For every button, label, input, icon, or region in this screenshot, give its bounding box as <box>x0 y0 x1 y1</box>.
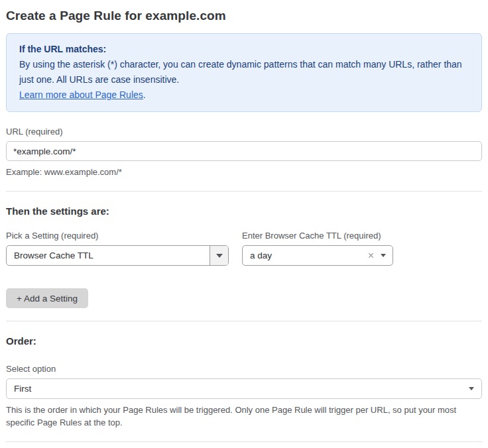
order-helper-text: This is the order in which your Page Rul… <box>6 404 482 429</box>
info-banner-link-row: Learn more about Page Rules. <box>19 87 469 103</box>
chevron-down-icon <box>381 254 386 257</box>
setting-picker-label: Pick a Setting (required) <box>6 231 229 241</box>
order-select-value: First <box>14 384 31 394</box>
setting-select-value: Browser Cache TTL <box>7 251 210 260</box>
url-field-label: URL (required) <box>6 127 482 137</box>
setting-picker-group: Pick a Setting (required) Browser Cache … <box>6 231 229 266</box>
info-banner-heading: If the URL matches: <box>19 42 469 57</box>
ttl-combobox-value: a day <box>243 251 368 260</box>
chevron-down-icon <box>216 254 223 258</box>
ttl-picker-group: Enter Browser Cache TTL (required) a day… <box>242 231 393 266</box>
order-select-label: Select option <box>6 364 482 374</box>
url-field-helper: Example: www.example.com/* <box>6 166 482 178</box>
url-input[interactable] <box>6 141 482 161</box>
url-match-info-banner: If the URL matches: By using the asteris… <box>6 33 482 112</box>
info-banner-body: By using the asterisk (*) character, you… <box>19 57 469 87</box>
order-select[interactable]: First <box>6 378 482 399</box>
add-setting-button[interactable]: + Add a Setting <box>6 288 88 308</box>
divider <box>6 441 482 442</box>
page-rule-form: Create a Page Rule for example.com If th… <box>0 0 488 448</box>
learn-more-link[interactable]: Learn more about Page Rules <box>19 89 143 100</box>
divider <box>6 321 482 321</box>
ttl-combobox[interactable]: a day × <box>242 245 393 266</box>
url-field-group: URL (required) Example: www.example.com/… <box>6 127 482 178</box>
order-section-heading: Order: <box>6 335 482 347</box>
setting-select-arrow-cell[interactable] <box>210 246 228 265</box>
settings-row: Pick a Setting (required) Browser Cache … <box>6 231 482 266</box>
settings-section-heading: Then the settings are: <box>6 205 482 217</box>
clear-icon[interactable]: × <box>368 251 378 261</box>
ttl-combobox-arrow[interactable] <box>378 254 393 257</box>
ttl-picker-label: Enter Browser Cache TTL (required) <box>242 231 393 241</box>
divider <box>6 191 482 192</box>
link-suffix: . <box>143 89 146 100</box>
chevron-down-icon <box>469 387 474 390</box>
setting-select[interactable]: Browser Cache TTL <box>6 245 229 266</box>
page-title: Create a Page Rule for example.com <box>6 9 482 23</box>
